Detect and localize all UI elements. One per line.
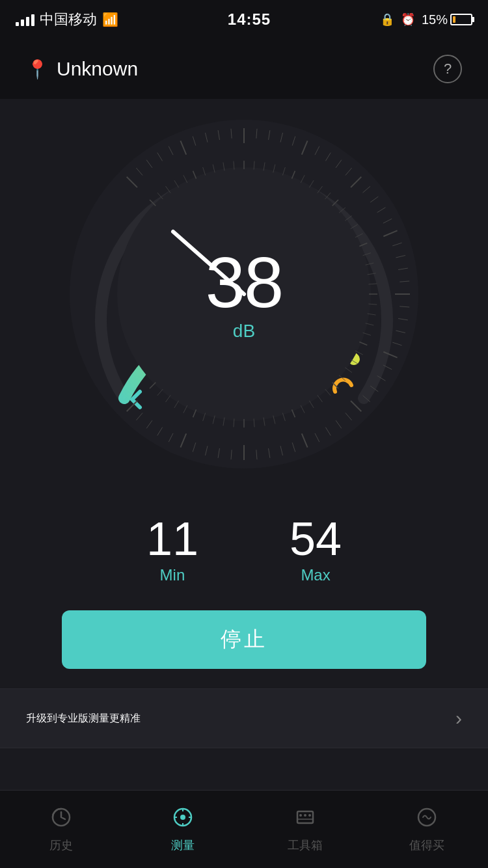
svg-line-113 [254, 418, 254, 427]
stats-section: 11 Min 54 Max [0, 496, 488, 597]
gauge-center: 38 dB [206, 247, 282, 342]
svg-line-10 [205, 133, 208, 142]
location-name: Unknown [57, 58, 138, 80]
tab-measure-label: 测量 [171, 837, 195, 853]
svg-line-78 [282, 167, 285, 175]
tab-tools[interactable]: 工具箱 [244, 806, 366, 853]
svg-line-120 [183, 405, 187, 413]
svg-line-82 [318, 186, 323, 193]
svg-line-97 [366, 323, 374, 325]
svg-line-102 [345, 368, 352, 373]
battery-indicator: 15% [422, 12, 472, 27]
tab-measure[interactable]: 测量 [122, 806, 245, 853]
alarm-icon: ⏰ [401, 12, 415, 27]
svg-line-52 [256, 450, 257, 459]
svg-line-34 [400, 306, 409, 307]
svg-line-64 [150, 200, 156, 206]
svg-line-41 [370, 386, 378, 392]
svg-line-83 [325, 193, 331, 199]
location-area[interactable]: 📍 Unknown [26, 58, 138, 80]
svg-line-40 [377, 375, 386, 381]
svg-line-23 [351, 177, 361, 187]
svg-rect-132 [297, 811, 313, 823]
db-unit: dB [233, 321, 255, 342]
svg-line-105 [325, 389, 331, 396]
upgrade-banner[interactable]: 升级到专业版测量更精准 › [0, 688, 488, 748]
svg-line-3 [127, 177, 137, 187]
svg-line-110 [282, 413, 285, 421]
svg-line-76 [264, 163, 265, 171]
svg-line-106 [318, 395, 323, 402]
svg-line-49 [292, 442, 295, 452]
battery-pct-label: 15% [422, 12, 448, 27]
svg-line-111 [273, 416, 275, 424]
svg-line-118 [203, 413, 206, 421]
svg-line-95 [368, 304, 377, 305]
svg-point-127 [180, 815, 185, 820]
min-stat: 11 Min [146, 515, 198, 584]
tools-icon [294, 806, 316, 834]
svg-line-68 [183, 175, 187, 183]
svg-line-28 [383, 230, 397, 236]
carrier-label: 中国移动 [40, 10, 97, 29]
status-left: 中国移动 📶 [16, 10, 118, 29]
help-button[interactable]: ? [433, 55, 462, 83]
svg-line-5 [146, 160, 152, 168]
svg-line-8 [180, 141, 186, 154]
svg-line-103 [339, 375, 346, 381]
lock-icon: 🔒 [380, 12, 394, 27]
svg-line-91 [366, 263, 374, 265]
svg-line-55 [218, 448, 219, 458]
measure-icon [172, 806, 194, 834]
svg-line-104 [332, 383, 338, 388]
svg-line-54 [231, 450, 232, 459]
svg-line-69 [193, 171, 197, 179]
svg-line-123 [157, 389, 163, 396]
svg-line-77 [273, 165, 275, 173]
upgrade-arrow-icon: › [455, 707, 462, 729]
db-value: 38 [206, 247, 282, 318]
svg-line-15 [269, 130, 270, 140]
svg-line-100 [355, 351, 363, 355]
svg-line-85 [339, 208, 346, 213]
svg-line-12 [231, 129, 232, 139]
svg-line-32 [400, 281, 409, 282]
svg-line-101 [351, 359, 358, 364]
svg-line-59 [169, 433, 173, 442]
svg-line-30 [396, 255, 405, 258]
svg-line-108 [301, 405, 305, 413]
svg-line-117 [213, 416, 215, 424]
svg-line-42 [362, 396, 370, 402]
svg-line-7 [169, 146, 173, 155]
upgrade-text: 升级到专业版测量更精准 [26, 712, 141, 726]
svg-line-84 [332, 200, 338, 206]
min-label: Min [160, 566, 185, 584]
svg-line-18 [302, 141, 308, 154]
svg-line-72 [223, 163, 224, 171]
svg-line-112 [264, 418, 265, 426]
header: 📍 Unknown ? [0, 39, 488, 99]
svg-line-96 [368, 314, 376, 315]
gauge-section: 38 dB [0, 99, 488, 496]
svg-line-61 [146, 420, 152, 428]
svg-line-56 [205, 446, 208, 455]
svg-line-46 [325, 427, 331, 436]
svg-line-90 [363, 253, 371, 256]
svg-line-67 [174, 180, 179, 187]
svg-line-75 [254, 161, 254, 170]
svg-point-133 [299, 814, 302, 817]
svg-line-124 [150, 383, 156, 388]
stop-button[interactable]: 停止 [62, 610, 426, 669]
tab-history[interactable]: 历史 [0, 806, 122, 853]
tab-shop[interactable]: 值得买 [366, 806, 489, 853]
status-bar: 中国移动 📶 14:55 🔒 ⏰ 15% [0, 0, 488, 39]
svg-line-88 [355, 234, 363, 237]
svg-line-37 [392, 342, 401, 346]
svg-line-98 [363, 332, 371, 335]
svg-line-19 [315, 146, 319, 155]
svg-line-22 [346, 168, 352, 175]
svg-line-38 [383, 352, 397, 358]
svg-line-17 [292, 136, 295, 145]
svg-line-11 [218, 130, 219, 140]
status-time: 14:55 [228, 10, 271, 29]
